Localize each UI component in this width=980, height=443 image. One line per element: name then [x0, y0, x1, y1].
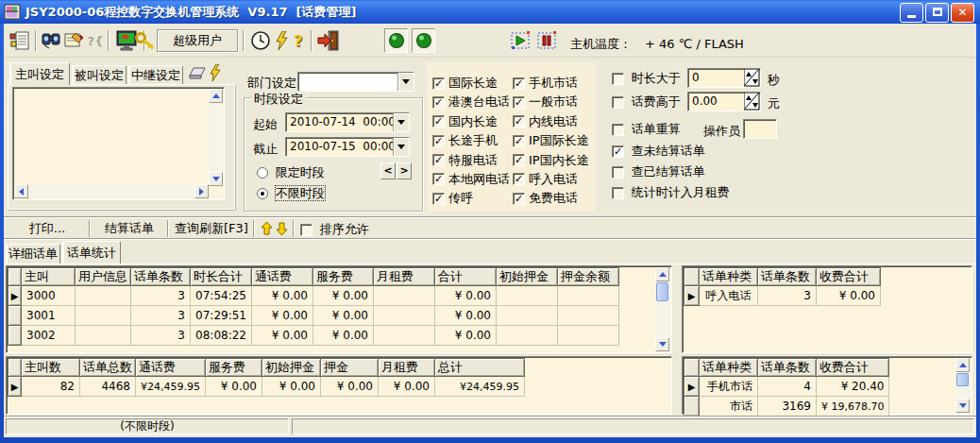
totals-table: 主叫数话单总数 通话费服务费 初始押金押金 月租费总计 ▶ 824468 ¥24…: [8, 358, 525, 397]
table-row[interactable]: ▶ 824468 ¥24,459.95¥ 0.00 ¥ 0.00¥ 0.00 ¥…: [8, 377, 525, 397]
tab-detail-records[interactable]: 详细话单: [6, 244, 60, 264]
unsettled-checkbox[interactable]: ✓ 查未结算话单: [612, 143, 705, 160]
recalc-checkbox[interactable]: 话单重算: [612, 121, 681, 138]
start-label: 起始: [253, 116, 278, 133]
scroll-down-button[interactable]: [209, 172, 223, 186]
toolbar-separator: [311, 30, 313, 51]
sort-allowed-checkbox[interactable]: 排序允许: [300, 221, 369, 238]
tab-caller-setting[interactable]: 主叫设定: [9, 62, 70, 85]
checkbox-checked-icon: ✓: [513, 77, 525, 90]
window-title: JSY2000-06程控数字交换机管理系统 V9.17 [话费管理]: [25, 4, 356, 21]
limited-period-radio[interactable]: 限定时段: [257, 164, 325, 181]
maximize-button[interactable]: [925, 3, 949, 23]
header-row: 话单种类 话单条数 收费合计: [684, 359, 889, 377]
scroll-down-button[interactable]: [955, 399, 970, 413]
dept-combobox[interactable]: [297, 72, 414, 92]
monthly-fee-checkbox[interactable]: 统计时计入月租费: [612, 184, 730, 201]
calltype-special-service[interactable]: ✓特服电话: [432, 152, 513, 171]
tab-record-stats[interactable]: 话单统计: [62, 241, 121, 264]
calltype-incoming[interactable]: ✓呼入电话: [513, 171, 602, 190]
dropdown-button[interactable]: [393, 113, 409, 131]
start-datetime-combobox[interactable]: 2010-07-14 00:00: [285, 112, 410, 132]
next-day-button[interactable]: >: [397, 162, 412, 179]
search-icon[interactable]: [40, 28, 62, 53]
apply-lightning-icon[interactable]: [210, 64, 221, 81]
range-start-icon[interactable]: [509, 28, 533, 53]
table-row[interactable]: ▶ 手机市话 4 ¥ 20.40: [684, 377, 889, 397]
flash-query-icon[interactable]: [274, 28, 289, 53]
login-key-icon[interactable]: [135, 28, 156, 53]
scroll-up-button[interactable]: [955, 358, 970, 372]
separator-line: [4, 238, 976, 240]
calltype-general-local[interactable]: ✓一般市话: [513, 94, 602, 112]
calltype-mobile-local[interactable]: ✓手机市话: [513, 75, 602, 94]
checkbox-checked-icon: ✓: [432, 135, 445, 147]
settle-button[interactable]: 结算话单: [94, 219, 164, 238]
scroll-left-button[interactable]: [14, 184, 28, 198]
calltype-free[interactable]: ✓免费电话: [513, 190, 602, 209]
calltype-extension[interactable]: ✓内线电话: [513, 113, 602, 132]
operator-label: 操作员: [703, 123, 740, 140]
print-button[interactable]: 打印...: [9, 219, 85, 238]
refresh-button[interactable]: 查询刷新[F3]: [173, 219, 250, 238]
vertical-scrollbar[interactable]: [655, 267, 670, 351]
dropdown-button[interactable]: [393, 138, 409, 156]
close-button[interactable]: ✕: [951, 3, 974, 23]
duration-value-field[interactable]: 0: [687, 68, 761, 88]
calltype-ip-domestic[interactable]: ✓IP国内长途: [513, 152, 602, 171]
scroll-up-button[interactable]: [655, 267, 669, 281]
eraser-icon[interactable]: [188, 66, 207, 81]
operator-input[interactable]: [743, 119, 777, 139]
spinner-icon[interactable]: [744, 93, 760, 111]
calltype-long-mobile[interactable]: ✓长途手机: [432, 132, 513, 151]
call-record-form-icon[interactable]: [8, 28, 32, 53]
caller-list-input[interactable]: [12, 87, 225, 200]
table-row[interactable]: ▶ 3000 307:54:25 ¥ 0.00¥ 0.00 ¥ 0.00: [8, 286, 619, 306]
calltype-local-network[interactable]: ✓本地网电话: [432, 171, 513, 190]
vertical-scrollbar[interactable]: [209, 89, 223, 186]
table-row[interactable]: 3001 307:29:51 ¥ 0.00¥ 0.00 ¥ 0.00: [8, 306, 619, 326]
properties-icon[interactable]: [62, 28, 85, 53]
move-down-icon[interactable]: [276, 221, 288, 236]
scroll-thumb[interactable]: [656, 282, 668, 301]
radio-selected-icon: [257, 188, 268, 199]
scroll-down-button[interactable]: [655, 337, 669, 351]
calltype-paging[interactable]: ✓传呼: [432, 190, 513, 209]
tab-callee-setting[interactable]: 被叫设定: [72, 65, 127, 85]
duration-filter-checkbox[interactable]: 时长大于: [612, 70, 681, 87]
dropdown-button[interactable]: [397, 73, 414, 91]
unlimited-period-radio[interactable]: 不限时段: [257, 185, 325, 202]
scroll-thumb[interactable]: [956, 373, 969, 386]
scroll-up-button[interactable]: [209, 89, 223, 103]
end-datetime-combobox[interactable]: 2010-07-15 00:00: [285, 137, 410, 157]
exit-icon[interactable]: [316, 28, 343, 53]
settled-checkbox[interactable]: 查已结算话单: [612, 163, 705, 180]
calltype-intl-long[interactable]: ✓国际长途: [432, 75, 513, 94]
horizontal-scrollbar[interactable]: [14, 184, 209, 198]
range-stop-icon[interactable]: [535, 28, 560, 53]
tab-trunk-setting[interactable]: 中继设定: [128, 65, 183, 85]
scroll-right-button[interactable]: [194, 184, 209, 198]
table-row[interactable]: 3002 308:08:22 ¥ 0.00¥ 0.00 ¥ 0.00: [8, 326, 619, 346]
separator: [253, 220, 255, 237]
spinner-icon[interactable]: [744, 69, 760, 87]
calltype-hk-mo-tw[interactable]: ✓港澳台电话: [432, 94, 513, 112]
minimize-button[interactable]: [900, 3, 923, 23]
fee-filter-checkbox[interactable]: 话费高于: [612, 94, 681, 111]
checkbox-checked-icon: ✓: [432, 173, 445, 185]
calltype-domestic-long[interactable]: ✓国内长途: [432, 113, 513, 132]
header-row: 话单种类 话单条数 收费合计: [684, 268, 881, 286]
toolbar-separator: [35, 30, 37, 51]
prev-day-button[interactable]: <: [380, 162, 396, 179]
checkbox-checked-icon: ✓: [513, 115, 525, 128]
vertical-scrollbar[interactable]: [955, 358, 971, 413]
table-row[interactable]: ▶ 呼入电话 3 ¥ 0.00: [684, 286, 881, 306]
fee-value-field[interactable]: 0.00: [687, 92, 761, 111]
help-icon[interactable]: ?: [290, 28, 307, 53]
checkbox-icon: [612, 166, 624, 179]
super-user-button[interactable]: 超级用户: [157, 29, 238, 52]
table-row[interactable]: 市话 3169 ¥ 19,678.70: [684, 397, 889, 417]
move-up-icon[interactable]: [261, 221, 273, 236]
clock-icon[interactable]: [249, 28, 272, 53]
calltype-ip-intl[interactable]: ✓IP国际长途: [513, 132, 602, 151]
